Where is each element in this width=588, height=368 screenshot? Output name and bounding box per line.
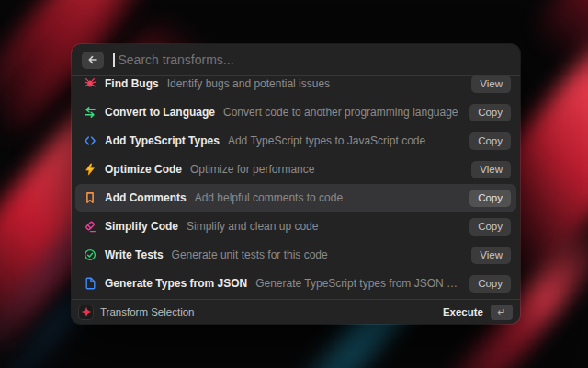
row-add-typescript-types[interactable]: Add TypeScript Types Add TypeScript type…	[75, 127, 516, 155]
transform-title: Add TypeScript Types	[105, 134, 220, 147]
action-button[interactable]: Copy	[469, 218, 511, 236]
row-optimize-code[interactable]: Optimize Code Optimize for performance V…	[75, 155, 516, 183]
row-simplify-code[interactable]: Simplify Code Simplify and clean up code…	[75, 213, 516, 240]
search-bar: Search transforms...	[72, 44, 520, 76]
transform-subtitle: Identify bugs and potential issues	[167, 77, 464, 90]
transform-title: Generate Types from JSON	[105, 277, 247, 290]
row-write-tests[interactable]: Write Tests Generate unit tests for this…	[75, 241, 516, 269]
palette-footer: Transform Selection Execute ↵	[72, 299, 520, 324]
row-add-comments[interactable]: Add Comments Add helpful comments to cod…	[75, 184, 516, 212]
action-button[interactable]: View	[471, 161, 511, 178]
transform-subtitle: Add TypeScript types to JavaScript code	[228, 134, 461, 147]
execute-button[interactable]: Execute	[443, 306, 483, 317]
arrow-left-icon	[86, 53, 99, 66]
transform-subtitle: Add helpful comments to code	[195, 191, 461, 204]
row-generate-types-from-json[interactable]: Generate Types from JSON Generate TypeSc…	[75, 270, 516, 297]
transform-title: Add Comments	[105, 191, 187, 204]
transform-subtitle: Convert code to another programming lang…	[223, 106, 461, 119]
eraser-icon	[84, 220, 96, 233]
swap-arrows-icon	[84, 106, 96, 119]
action-button[interactable]: Copy	[469, 275, 511, 293]
action-button[interactable]: Copy	[469, 132, 511, 150]
back-button[interactable]	[82, 52, 104, 69]
transform-title: Convert to Language	[105, 106, 215, 119]
sparkle-icon	[80, 305, 93, 318]
transform-title: Find Bugs	[105, 77, 159, 90]
action-button[interactable]: Copy	[469, 104, 511, 121]
transform-title: Write Tests	[105, 248, 164, 261]
action-button[interactable]: View	[471, 76, 511, 93]
row-convert-to-language[interactable]: Convert to Language Convert code to anot…	[75, 98, 516, 126]
check-circle-icon	[84, 248, 96, 261]
bug-icon	[84, 77, 96, 90]
app-logo	[79, 305, 93, 319]
search-placeholder: Search transforms...	[119, 52, 234, 67]
row-find-bugs[interactable]: Find Bugs Identify bugs and potential is…	[75, 76, 516, 98]
bookmark-icon	[84, 191, 96, 204]
lightning-icon	[84, 163, 96, 176]
transform-subtitle: Generate unit tests for this code	[172, 248, 464, 261]
transform-title: Simplify Code	[105, 220, 178, 233]
return-key-badge[interactable]: ↵	[491, 305, 513, 320]
action-button[interactable]: View	[471, 247, 511, 264]
file-icon	[84, 277, 96, 290]
search-input[interactable]: Search transforms...	[113, 44, 510, 75]
command-palette: Search transforms... Find Bugs Identify …	[72, 44, 520, 324]
transform-subtitle: Generate TypeScript types from JSON data	[255, 277, 461, 290]
transform-title: Optimize Code	[105, 163, 182, 176]
transform-list: Find Bugs Identify bugs and potential is…	[72, 76, 520, 299]
transform-subtitle: Optimize for performance	[190, 163, 463, 176]
command-label: Transform Selection	[100, 306, 435, 317]
text-caret	[113, 53, 115, 67]
transform-subtitle: Simplify and clean up code	[187, 220, 461, 233]
action-button[interactable]: Copy	[469, 190, 511, 207]
code-brackets-icon	[84, 134, 96, 147]
